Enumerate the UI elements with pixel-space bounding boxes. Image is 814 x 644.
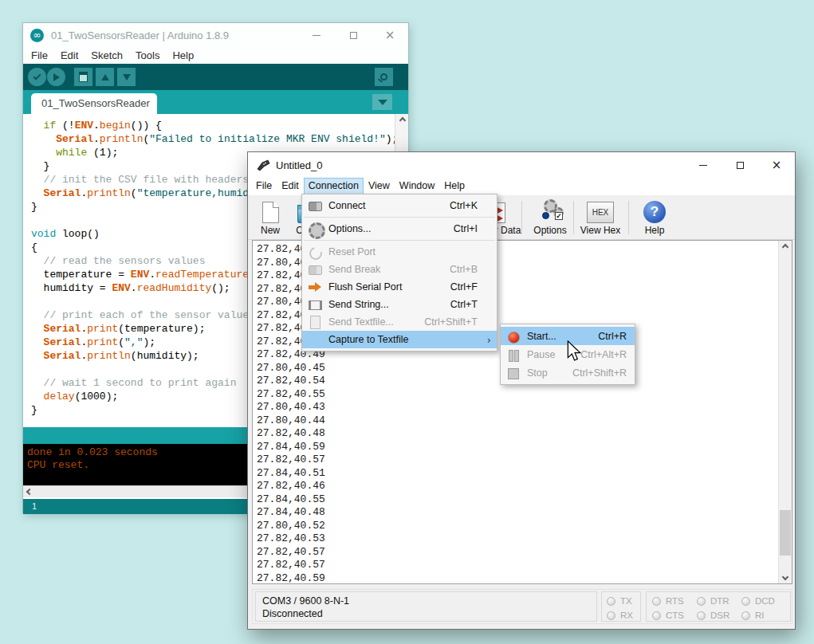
verify-button[interactable] xyxy=(28,68,46,86)
scroll-down-button[interactable] xyxy=(779,571,792,583)
gear-icon xyxy=(307,222,323,236)
reset-port-icon xyxy=(307,245,323,259)
terminal-maximize-button[interactable] xyxy=(722,152,758,178)
menu-item-shortcut: Ctrl+Shift+T xyxy=(424,316,478,328)
current-line-number: 1 xyxy=(32,501,37,511)
arduino-toolbar xyxy=(23,64,408,90)
arduino-close-button[interactable]: × xyxy=(372,23,408,47)
triangle-down-icon xyxy=(378,100,387,105)
new-sketch-button[interactable] xyxy=(74,68,92,86)
serial-monitor-button[interactable] xyxy=(375,68,393,86)
menu-item-shortcut: Ctrl+R xyxy=(598,331,627,342)
toolbar-separator xyxy=(628,201,629,234)
menu-item-capture-to-textfile[interactable]: Capture to Textfile› xyxy=(302,331,497,348)
scroll-left-button[interactable] xyxy=(23,486,36,498)
toolbar-label: Options xyxy=(528,225,572,236)
indicator-cts: CTS xyxy=(652,611,684,620)
open-sketch-button[interactable] xyxy=(96,68,114,86)
arduino-minimize-button[interactable] xyxy=(298,23,335,47)
arduino-maximize-button[interactable] xyxy=(335,23,372,47)
menu-file[interactable]: File xyxy=(25,48,54,63)
indicator-dsr: DSR xyxy=(697,611,729,620)
scrollbar-thumb[interactable] xyxy=(780,510,791,556)
menu-edit[interactable]: Edit xyxy=(277,178,304,195)
menu-item-send-string[interactable]: Send String...Ctrl+T xyxy=(302,296,497,313)
menu-item-label: Send Textfile... xyxy=(328,316,394,328)
document-icon xyxy=(79,72,88,82)
scroll-up-button[interactable] xyxy=(395,114,409,127)
serial-connector-icon xyxy=(256,159,270,171)
toolbar-view-hex-button[interactable]: HEXView Hex xyxy=(578,198,623,237)
indicator-label: DSR xyxy=(710,611,729,620)
upload-button[interactable] xyxy=(47,68,65,86)
terminal-titlebar: Untitled_0 × xyxy=(248,152,795,178)
record-icon xyxy=(505,329,521,344)
menu-sketch[interactable]: Sketch xyxy=(85,48,129,63)
menu-connection[interactable]: Connection xyxy=(304,178,364,195)
menu-item-reset-port[interactable]: Reset Port xyxy=(302,243,497,261)
menu-item-shortcut: Ctrl+Alt+R xyxy=(580,349,627,360)
toolbar-help-button[interactable]: ?Help xyxy=(632,198,677,237)
txrx-indicator-panel: TXRX xyxy=(601,591,641,622)
menu-item-shortcut: Ctrl+Shift+R xyxy=(572,367,627,379)
mouse-cursor xyxy=(567,340,581,362)
menu-item-shortcut: Ctrl+B xyxy=(450,264,478,275)
code-line: Serial.println("Failed to initialize MKR… xyxy=(31,132,398,146)
save-sketch-button[interactable] xyxy=(117,68,136,86)
menu-item-send-textfile[interactable]: Send Textfile...Ctrl+Shift+T xyxy=(302,313,497,331)
toolbar-options-button[interactable]: ✓Options xyxy=(528,198,572,237)
menu-window[interactable]: Window xyxy=(395,178,439,195)
menu-item-label: Capture to Textfile xyxy=(328,334,409,345)
indicator-label: TX xyxy=(620,596,632,606)
minimize-icon xyxy=(313,35,320,36)
arrow-down-icon xyxy=(123,74,131,80)
desktop: ∞ 01_TwoSensorsReader | Arduino 1.8.9 × … xyxy=(0,0,814,644)
close-icon: × xyxy=(385,29,395,41)
indicator-rts: RTS xyxy=(652,596,684,606)
scroll-up-button[interactable] xyxy=(779,241,792,253)
menu-view[interactable]: View xyxy=(364,178,395,195)
indicator-label: CTS xyxy=(666,611,684,620)
port-info-panel: COM3 / 9600 8-N-1 Disconnected xyxy=(255,591,597,622)
menu-item-label: Connect xyxy=(328,200,366,211)
terminal-vertical-scrollbar[interactable] xyxy=(778,241,792,583)
menu-edit[interactable]: Edit xyxy=(54,48,85,63)
menu-item-label: Stop xyxy=(527,367,548,379)
menu-item-send-break[interactable]: Send BreakCtrl+B xyxy=(302,261,497,278)
menu-tools[interactable]: Tools xyxy=(129,48,166,63)
menu-item-stop[interactable]: StopCtrl+Shift+R xyxy=(501,363,635,382)
submenu-arrow-icon: › xyxy=(487,334,491,346)
menu-item-label: Pause xyxy=(527,349,555,360)
menu-help[interactable]: Help xyxy=(166,48,200,63)
terminal-close-button[interactable]: × xyxy=(758,152,795,178)
help-icon: ? xyxy=(643,201,666,223)
menu-item-connect[interactable]: ConnectCtrl+K xyxy=(302,197,497,214)
menu-help[interactable]: Help xyxy=(439,178,470,195)
toolbar-separator xyxy=(573,201,574,234)
led-icon xyxy=(697,611,706,620)
connector-icon xyxy=(307,198,323,213)
led-icon xyxy=(741,597,750,606)
tab-menu-button[interactable] xyxy=(372,94,392,110)
chevron-left-icon xyxy=(26,489,33,495)
arrow-right-icon xyxy=(53,73,60,81)
arduino-logo-icon: ∞ xyxy=(30,29,44,42)
led-icon xyxy=(607,611,615,620)
led-icon xyxy=(652,597,661,606)
connection-state-text: Disconnected xyxy=(262,607,590,620)
menu-item-flush-serial-port[interactable]: Flush Serial PortCtrl+F xyxy=(302,278,497,296)
options-gears-icon: ✓ xyxy=(537,199,563,223)
indicator-tx: TX xyxy=(607,596,632,606)
menu-file[interactable]: File xyxy=(251,178,277,195)
code-line: if (!ENV.begin()) { xyxy=(31,119,398,132)
arduino-titlebar: ∞ 01_TwoSensorsReader | Arduino 1.8.9 × xyxy=(23,23,408,47)
led-icon xyxy=(697,597,706,606)
menu-item-label: Send Break xyxy=(328,264,380,275)
terminal-minimize-button[interactable] xyxy=(685,152,722,178)
menu-item-label: Reset Port xyxy=(328,246,376,257)
sketch-tab[interactable]: 01_TwoSensorsReader xyxy=(31,93,157,114)
indicator-label: DTR xyxy=(710,596,729,606)
indicator-dtr: DTR xyxy=(697,596,729,606)
indicator-rx: RX xyxy=(607,611,633,620)
menu-item-options[interactable]: Options...Ctrl+I xyxy=(302,220,497,238)
